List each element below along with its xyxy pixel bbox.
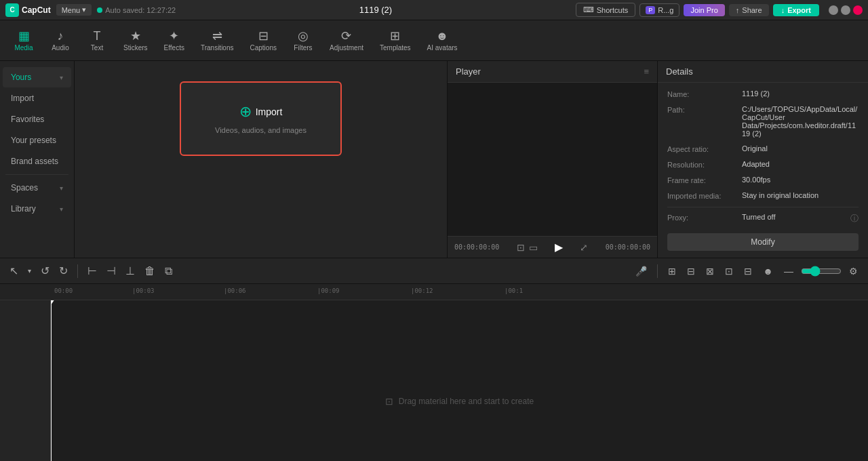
split-right-button[interactable]: ⊣ (104, 262, 119, 280)
timeline-ctrl-1[interactable]: ⊞ (665, 264, 679, 279)
ruler-mark-1: |00:03 (132, 287, 155, 294)
play-button[interactable]: ▶ (555, 241, 563, 254)
ruler-mark-2: |00:06 (224, 287, 246, 294)
sidebar-divider (5, 174, 68, 175)
import-box[interactable]: ⊕ Import Videos, audios, and images (180, 81, 342, 156)
timeline-ctrl-6[interactable]: ☻ (760, 264, 776, 279)
toolbar-item-templates[interactable]: ⊞ Templates (373, 26, 418, 56)
playhead (51, 300, 52, 461)
captions-icon: ⊟ (258, 30, 269, 42)
sidebar-item-brand-assets[interactable]: Brand assets (3, 151, 71, 172)
titlebar-right: ⌨ Shortcuts P R...g Join Pro ↑ Share ↓ E… (576, 3, 863, 17)
audio-record-button[interactable]: 🎤 (632, 264, 650, 279)
window-controls (829, 5, 863, 15)
drag-hint-text: Drag material here and start to create (399, 397, 534, 406)
sidebar-item-spaces[interactable]: Spaces▾ (3, 178, 71, 198)
filters-label: Filters (294, 44, 312, 52)
toolbar-item-captions[interactable]: ⊟ Captions (243, 26, 283, 56)
timeline-ctrl-4[interactable]: ⊡ (722, 264, 736, 279)
minimize-button[interactable] (829, 5, 838, 15)
detail-name-val: 1119 (2) (742, 89, 859, 98)
detail-imported-row: Imported media: Stay in original locatio… (667, 191, 859, 200)
toolbar-item-transitions[interactable]: ⇌ Transitions (194, 26, 241, 56)
import-area: ⊕ Import Videos, audios, and images (81, 68, 440, 251)
export-button[interactable]: ↓ Export (773, 4, 819, 16)
detail-resolution-row: Resolution: Adapted (667, 160, 859, 169)
join-pro-button[interactable]: Join Pro (684, 4, 724, 16)
timeline-body: ⊡ Drag material here and start to create (0, 300, 868, 461)
maximize-button[interactable] (841, 5, 850, 15)
redo-button[interactable]: ↻ (56, 262, 71, 280)
share-button[interactable]: ↑ Share (729, 4, 769, 16)
menu-button[interactable]: Menu ▾ (56, 4, 92, 16)
player-controls: 00:00:00:00 ⊡ ▭ ▶ ⤢ 00:00:00:00 (448, 236, 657, 258)
pro-profile-button[interactable]: P R...g (639, 3, 679, 17)
project-name: 1119 (2) (359, 5, 392, 15)
select-tool-chevron[interactable]: ▾ (25, 264, 34, 277)
player-time-total: 00:00:00:00 (606, 243, 650, 251)
timeline-toolbar: ↖ ▾ ↺ ↻ ⊢ ⊣ ⊥ 🗑 ⧉ 🎤 ⊞ ⊟ ⊠ ⊡ ⊟ ☻ — ⚙ (0, 258, 868, 284)
autosave-label: Auto saved: 12:27:22 (105, 6, 176, 14)
logo-icon: C (5, 3, 19, 17)
sidebar-item-your-presets[interactable]: Your presets (3, 130, 71, 151)
adjustment-icon: ⟳ (341, 30, 351, 42)
undo-button[interactable]: ↺ (38, 262, 52, 280)
transitions-icon: ⇌ (212, 30, 222, 42)
player-view (448, 83, 657, 236)
shortcuts-button[interactable]: ⌨ Shortcuts (576, 3, 635, 17)
copy-button[interactable]: ⧉ (162, 262, 175, 280)
effects-icon: ✦ (169, 30, 179, 42)
toolbar-item-text[interactable]: T Text (80, 26, 114, 56)
player-left-controls: ⊡ ▭ (517, 242, 538, 253)
player-fit-icon[interactable]: ▭ (529, 242, 538, 253)
detail-framerate-val: 30.00fps (742, 176, 859, 184)
adjustment-label: Adjustment (330, 44, 363, 52)
toolbar-item-adjustment[interactable]: ⟳ Adjustment (323, 26, 370, 56)
toolbar-item-filters[interactable]: ◎ Filters (286, 26, 320, 56)
close-button[interactable] (853, 5, 863, 15)
sidebar-item-favorites[interactable]: Favorites (3, 109, 71, 129)
autosave-dot-icon (97, 7, 102, 13)
sidebar-item-yours[interactable]: Yours▾ (3, 67, 71, 87)
captions-label: Captions (250, 44, 277, 52)
timeline-settings-button[interactable]: ⚙ (846, 264, 861, 279)
split-left-button[interactable]: ⊢ (85, 262, 100, 280)
timeline-ctrl-3[interactable]: ⊠ (703, 264, 717, 279)
toolbar-item-media[interactable]: ▦ Media (7, 26, 41, 56)
timeline-ctrl-5[interactable]: ⊟ (741, 264, 755, 279)
zoom-slider[interactable] (801, 266, 842, 277)
select-tool-button[interactable]: ↖ (7, 262, 21, 280)
split-button[interactable]: ⊥ (123, 262, 138, 280)
delete-button[interactable]: 🗑 (142, 262, 158, 280)
toolbar-item-ai-avatars[interactable]: ☻ AI avatars (420, 26, 465, 56)
detail-path-val: C:/Users/TOPGUS/AppData/Local/CapCut/Use… (742, 105, 859, 138)
drag-icon: ⊡ (385, 396, 393, 407)
sidebar-label-spaces: Spaces (11, 183, 38, 193)
toolbar-item-effects[interactable]: ✦ Effects (157, 26, 191, 56)
proxy-info-icon[interactable]: ⓘ (850, 213, 859, 224)
player-fullscreen-icon[interactable]: ⤢ (580, 242, 588, 253)
sidebar-item-library[interactable]: Library▾ (3, 199, 71, 219)
timeline-track-labels (0, 300, 51, 461)
autosave-status: Auto saved: 12:27:22 (97, 6, 176, 14)
detail-imported-key: Imported media: (667, 191, 742, 200)
sidebar-item-import[interactable]: Import (3, 88, 71, 108)
toolbar-separator-2 (657, 264, 658, 278)
toolbar-item-audio[interactable]: ♪ Audio (43, 26, 77, 56)
player-screenshot-icon[interactable]: ⊡ (517, 242, 525, 253)
player-time-current: 00:00:00:00 (454, 243, 499, 251)
titlebar-center: 1119 (2) (359, 5, 392, 15)
templates-icon: ⊞ (390, 30, 400, 42)
export-icon: ↓ (781, 6, 785, 14)
pro-badge: P (646, 6, 655, 14)
import-label: Import (256, 106, 283, 117)
text-icon: T (94, 30, 101, 42)
modify-button[interactable]: Modify (667, 233, 859, 251)
sidebar-label-favorites: Favorites (11, 115, 44, 124)
audio-icon: ♪ (58, 30, 64, 42)
toolbar-item-stickers[interactable]: ★ Stickers (117, 26, 155, 56)
timeline-ctrl-2[interactable]: ⊟ (684, 264, 698, 279)
media-panel: ⊕ Import Videos, audios, and images (75, 61, 448, 258)
zoom-out-button[interactable]: — (781, 264, 797, 279)
sidebar-label-brand-assets: Brand assets (11, 157, 58, 166)
